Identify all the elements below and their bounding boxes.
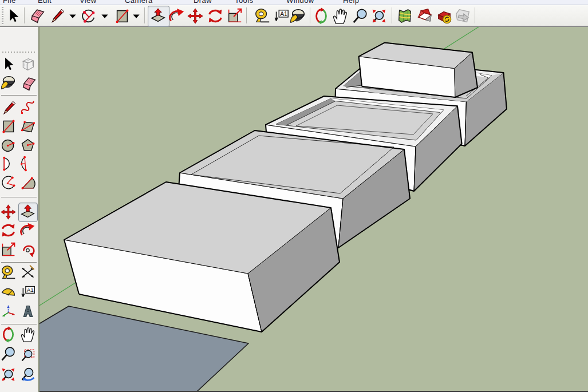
svg-text:A1: A1 — [27, 287, 34, 293]
svg-text:A1: A1 — [280, 11, 287, 17]
